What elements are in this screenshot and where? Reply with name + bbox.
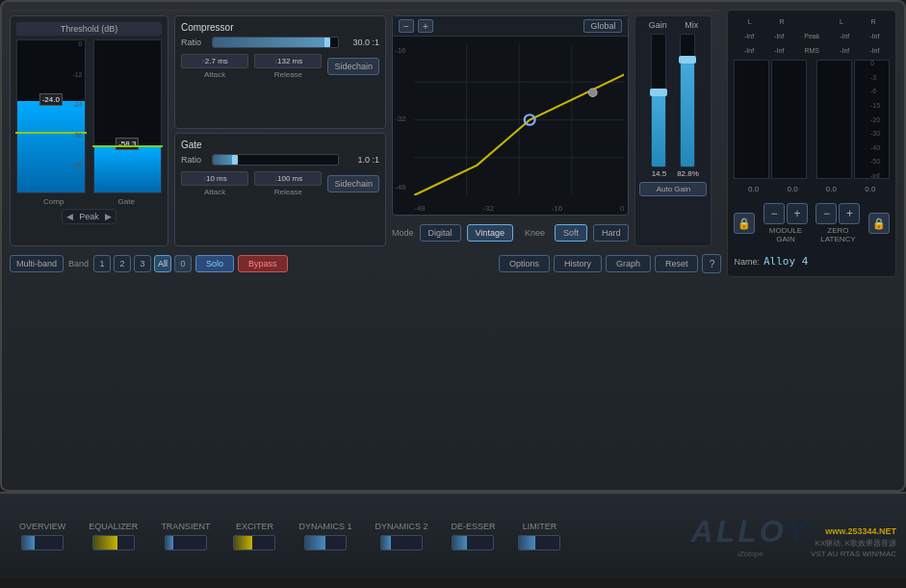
band-2-button[interactable]: 2 — [114, 255, 131, 272]
tab-overview[interactable]: OVERVIEW — [12, 518, 73, 554]
gate-attack-display[interactable]: ↑ 10 ms — [181, 171, 248, 186]
mix-fader-thumb[interactable] — [679, 56, 696, 64]
threshold-comp-bar — [17, 101, 85, 192]
peak-nav-left[interactable]: ◀ — [66, 212, 73, 221]
history-button[interactable]: History — [554, 255, 602, 272]
gate-ratio-value: 1.0 :1 — [343, 155, 379, 165]
help-button[interactable]: ? — [702, 254, 721, 273]
tab-equalizer[interactable]: EQUALIZER — [81, 518, 145, 554]
zero-latency-buttons: − + — [815, 203, 860, 224]
peak-display: ◀ Peak ▶ — [16, 206, 162, 227]
scale-6: -6 — [870, 88, 890, 94]
svg-point-12 — [588, 89, 597, 96]
graph-zoom-in-button[interactable]: + — [418, 19, 433, 33]
peak-nav-right[interactable]: ▶ — [105, 212, 112, 221]
vu-bars-container: 0 -3 -6 -15 -20 -30 -40 -50 -inf — [734, 60, 890, 179]
reset-button[interactable]: Reset — [655, 255, 699, 272]
peak-label-mid: Peak — [804, 33, 819, 39]
comp-ratio-value: 30.0 :1 — [343, 38, 379, 47]
mix-fader-value: 82.8% — [677, 169, 699, 178]
vu-val-4: 0.0 — [865, 185, 875, 193]
gate-title: Gate — [181, 140, 379, 150]
gate-section: Gate Ratio 1.0 :1 ↑ — [174, 133, 386, 246]
zero-latency-minus-button[interactable]: − — [815, 203, 837, 224]
gate-attack-value: 10 ms — [206, 174, 227, 183]
gain-fader-thumb[interactable] — [650, 89, 667, 96]
gate-label: Gate — [118, 197, 135, 206]
graph-y-labels: -16 -32 -48 — [395, 46, 406, 192]
threshold-panel: Threshold (dB) -24.0 0 -12 -24 -36 — [10, 15, 168, 246]
band-all-button[interactable]: All — [154, 255, 171, 272]
scale-3: -3 — [870, 74, 890, 81]
tab-exciter[interactable]: EXCITER — [225, 518, 283, 554]
multiband-section: Multi-band Band 1 2 3 All 0 — [10, 255, 192, 272]
module-gain-minus-button[interactable]: − — [764, 203, 785, 224]
waveform-icons: View — [11, 11, 38, 12]
gate-release-display[interactable]: ↓ 100 ms — [254, 171, 322, 186]
graph-zoom-out-button[interactable]: − — [399, 19, 414, 33]
options-button[interactable]: Options — [499, 255, 550, 272]
digital-mode-button[interactable]: Digital — [420, 224, 461, 242]
tab-dynamics2[interactable]: DYNAMICS 2 — [367, 518, 435, 554]
peak-l-value: -Inf — [744, 33, 754, 39]
comp-release-display[interactable]: ↓ 132 ms — [254, 54, 322, 68]
lr-header-r2: R — [871, 18, 876, 25]
watermark-line1: www.253344.NET — [811, 525, 896, 538]
global-button[interactable]: Global — [583, 19, 622, 33]
module-gain-plus-button[interactable]: + — [787, 203, 808, 224]
comp-attack-display[interactable]: ↑ 2.7 ms — [181, 54, 248, 68]
soft-knee-button[interactable]: Soft — [555, 224, 587, 242]
rms-values-row: -Inf -Inf RMS -Inf -Inf — [734, 45, 890, 56]
auto-gain-button[interactable]: Auto Gain — [639, 182, 707, 196]
scale-40: -40 — [870, 144, 890, 151]
tab-transient[interactable]: TRANSIENT — [153, 518, 218, 554]
gain-fader-track[interactable] — [651, 34, 666, 167]
graph-label-1: -32 — [395, 115, 406, 123]
name-value: Alloy 4 — [764, 255, 808, 268]
gate-release-label: Release — [274, 188, 302, 196]
vu-val-1: 0.0 — [748, 185, 759, 193]
vintage-mode-button[interactable]: Vintage — [467, 224, 513, 242]
band-3-button[interactable]: 3 — [134, 255, 151, 272]
gate-ratio-slider[interactable] — [212, 154, 339, 166]
gate-sidechain-button[interactable]: Sidechain — [327, 175, 379, 192]
db-line-5b: -5 — [39, 10, 46, 12]
vu-val-3: 0.0 — [826, 185, 837, 193]
vu-scale-right: 0 -3 -6 -15 -20 -30 -40 -50 -inf — [870, 60, 890, 179]
bypass-button[interactable]: Bypass — [238, 255, 288, 272]
name-label: Name: — [734, 253, 760, 268]
zero-latency-plus-button[interactable]: + — [839, 203, 860, 224]
name-row: Name: Alloy 4 — [734, 251, 890, 270]
tab-dynamics2-knob — [380, 535, 423, 550]
scale-50: -50 — [870, 158, 890, 165]
tab-limiter[interactable]: LIMITER — [510, 518, 568, 554]
threshold-gate-value: -58.3 — [116, 138, 139, 150]
compressor-ratio-slider[interactable] — [212, 37, 339, 48]
band-1-button[interactable]: 1 — [93, 255, 111, 272]
knee-label: Knee — [525, 228, 545, 238]
tab-dynamics1-label: DYNAMICS 1 — [298, 522, 351, 531]
bottom-bar: OVERVIEW EQUALIZER TRANSIENT EXCITER DYN… — [0, 492, 906, 578]
threshold-labels: Comp Gate — [16, 197, 162, 206]
comp-sidechain-button[interactable]: Sidechain — [327, 58, 379, 75]
mix-fader-track[interactable] — [680, 34, 695, 167]
graph-action-button[interactable]: Graph — [606, 255, 651, 272]
graph-label-2: -48 — [395, 183, 406, 192]
band-0-button[interactable]: 0 — [174, 255, 192, 272]
tab-transient-knob — [165, 535, 207, 550]
lock-right-icon: 🔒 — [868, 213, 890, 234]
gain-fader-container: 14.5 — [647, 34, 670, 178]
vu-bar-2 — [771, 60, 807, 179]
comp-release-value: 132 ms — [277, 57, 302, 65]
global-area: Global — [583, 19, 622, 33]
solo-button[interactable]: Solo — [195, 255, 234, 272]
multiband-button[interactable]: Multi-band — [10, 255, 64, 272]
main-container: View dB -5 -5 -10 Gain — [0, 0, 906, 492]
comp-attack-box: ↑ 2.7 ms Attack — [181, 54, 248, 79]
gate-attack-box: ↑ 10 ms Attack — [181, 171, 248, 196]
hard-knee-button[interactable]: Hard — [593, 224, 630, 242]
gate-release-value: 100 ms — [277, 174, 302, 183]
band-label: Band — [68, 259, 89, 268]
tab-de-esser[interactable]: DE-ESSER — [443, 518, 503, 554]
tab-dynamics1[interactable]: DYNAMICS 1 — [291, 518, 359, 554]
